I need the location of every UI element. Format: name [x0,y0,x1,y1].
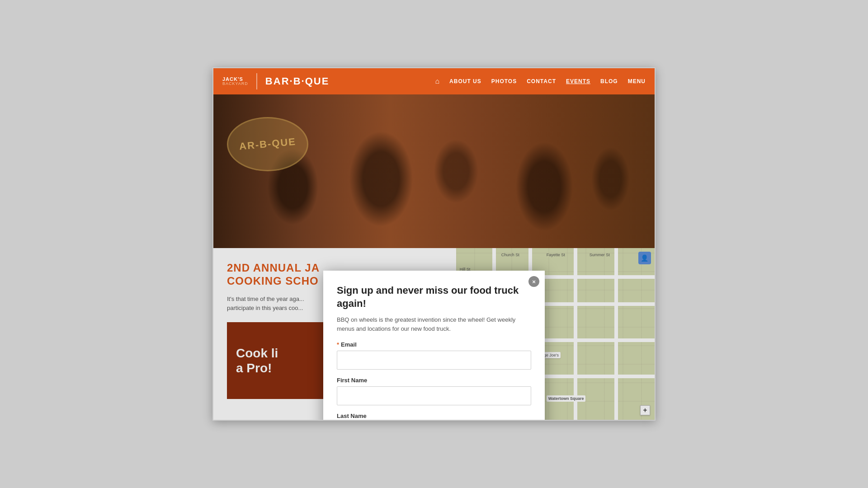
email-label: *Email [337,341,531,348]
brand-divider [256,73,257,89]
hero-sign-text: AR-B-QUE [239,136,297,153]
nav-events[interactable]: EVENTS [566,78,590,84]
modal-description: BBQ on wheels is the greatest invention … [337,315,531,333]
email-field-group: *Email [337,341,531,370]
last-name-label: Last Name [337,413,531,419]
brand-logo[interactable]: JACK'S BACKYARD BAR·B·QUE [222,73,329,89]
signup-modal: × Sign up and never miss our food truck … [323,271,545,421]
first-name-label: First Name [337,377,531,384]
nav-contact[interactable]: CONTACT [527,78,556,84]
first-name-field-group: First Name [337,377,531,405]
modal-title: Sign up and never miss our food truck ag… [337,284,531,310]
home-icon[interactable]: ⌂ [435,77,439,85]
hero-overlay [213,94,655,248]
hero-section: AR-B-QUE [213,94,655,248]
nav-links: ⌂ ABOUT US PHOTOS CONTACT EVENTS BLOG ME… [435,77,646,85]
nav-about-us[interactable]: ABOUT US [449,78,481,84]
nav-blog[interactable]: BLOG [600,78,618,84]
navbar: JACK'S BACKYARD BAR·B·QUE ⌂ ABOUT US PHO… [213,68,655,94]
modal-close-button[interactable]: × [528,276,539,287]
brand-bbq: BAR·B·QUE [265,75,329,87]
hero-sign: AR-B-QUE [227,117,308,171]
last-name-field-group: Last Name [337,413,531,421]
brand-backyard: BACKYARD [222,82,248,86]
content-area: 2ND ANNUAL JA COOKING SCHO It's that tim… [213,248,655,420]
nav-photos[interactable]: PHOTOS [491,78,517,84]
nav-menu[interactable]: MENU [628,78,646,84]
first-name-input[interactable] [337,386,531,405]
email-input[interactable] [337,351,531,370]
email-required-star: * [337,341,339,348]
